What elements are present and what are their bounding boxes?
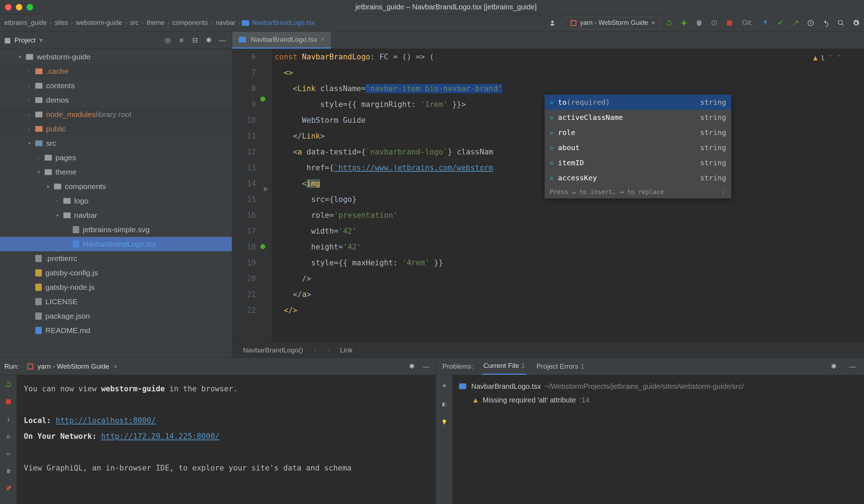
autocomplete-item[interactable]: ⚛ role string <box>545 125 731 140</box>
tree-chevron-icon[interactable]: › <box>28 68 35 74</box>
problems-list[interactable]: NavbarBrandLogo.tsx ~/WebstormProjects/j… <box>453 375 864 504</box>
editor-tab[interactable]: NavbarBrandLogo.tsx × <box>232 32 331 49</box>
rerun-icon[interactable] <box>3 379 13 390</box>
tree-item[interactable]: gatsby-config.js <box>0 266 232 280</box>
down-icon[interactable]: ⤓ <box>3 414 13 424</box>
stop-button[interactable] <box>724 18 734 28</box>
commit-icon[interactable] <box>775 18 786 28</box>
tree-chevron-icon[interactable]: ▾ <box>19 54 26 60</box>
hide-icon[interactable]: — <box>217 35 228 45</box>
tree-item[interactable]: ▾components <box>0 179 232 194</box>
tab-current-file[interactable]: Current File1 <box>482 358 527 375</box>
tree-item[interactable]: ›contents <box>0 78 232 93</box>
breadcrumb-file[interactable]: NavbarBrandLogo.tsx <box>251 19 316 27</box>
tree-item[interactable]: ›logo <box>0 194 232 208</box>
add-user-icon[interactable] <box>548 18 558 28</box>
select-opened-file-icon[interactable]: ◎ <box>163 35 173 45</box>
autocomplete-popup[interactable]: ⚛ to (required) string⚛ activeClassName … <box>544 94 732 199</box>
print-icon[interactable]: ⎙ <box>3 431 13 441</box>
local-url-link[interactable]: http://localhost:8000/ <box>56 416 156 425</box>
breadcrumb-item[interactable]: theme <box>145 19 166 27</box>
history-icon[interactable] <box>806 18 816 28</box>
tree-chevron-icon[interactable]: › <box>28 112 35 117</box>
tree-item[interactable]: ▾webstorm-guide <box>0 50 232 64</box>
autocomplete-item[interactable]: ⚛ itemID string <box>545 155 731 170</box>
tab-project-errors[interactable]: Project Errors1 <box>535 358 586 375</box>
close-window-button[interactable] <box>5 4 12 10</box>
tree-chevron-icon[interactable]: › <box>56 198 63 204</box>
trash-icon[interactable]: 🗑 <box>3 466 13 476</box>
footer-el[interactable]: Link <box>340 346 353 354</box>
hide-icon[interactable]: — <box>847 361 858 372</box>
coverage-icon[interactable] <box>694 18 704 28</box>
tree-item[interactable]: package.json <box>0 309 232 323</box>
maximize-window-button[interactable] <box>27 4 33 10</box>
tree-item[interactable]: ›public <box>0 122 232 136</box>
vcs-change-mark[interactable] <box>260 244 272 249</box>
tree-chevron-icon[interactable]: ▾ <box>37 169 45 175</box>
breadcrumb-item[interactable]: sites <box>53 19 69 27</box>
tree-chevron-icon[interactable]: ▾ <box>28 140 35 146</box>
problems-file-row[interactable]: NavbarBrandLogo.tsx ~/WebstormProjects/j… <box>459 379 858 393</box>
run-config-name[interactable]: yarn - WebStorm Guide <box>37 363 109 370</box>
tree-item[interactable]: NavbarBrandLogo.tsx <box>0 237 232 251</box>
gear-icon[interactable]: ✱ <box>204 35 214 45</box>
tree-item[interactable]: README.md <box>0 323 232 338</box>
gear-icon[interactable]: ✱ <box>407 361 417 372</box>
bulb-icon[interactable]: 💡 <box>439 417 449 427</box>
breadcrumb-item[interactable]: navbar <box>214 19 237 27</box>
push-icon[interactable] <box>791 18 801 28</box>
gear-icon[interactable] <box>851 18 861 28</box>
panel-icon[interactable]: ◧ <box>439 399 449 409</box>
hide-icon[interactable]: — <box>421 361 431 372</box>
footer-fn[interactable]: NavbarBrandLogo() <box>243 346 303 354</box>
vcs-change-mark[interactable] <box>260 96 272 102</box>
debug-icon[interactable] <box>679 18 689 28</box>
breadcrumb-item[interactable]: components <box>171 19 209 27</box>
inspection-indicator[interactable]: ▲ 1 ˄ ˅ <box>813 53 842 62</box>
tree-item[interactable]: ›.cache <box>0 64 232 78</box>
pin-icon[interactable]: 📌 <box>3 483 13 493</box>
tree-item[interactable]: ›demos <box>0 93 232 107</box>
eye-icon[interactable]: 👁 <box>439 381 449 391</box>
collapse-all-icon[interactable]: ⊟ <box>190 35 200 45</box>
search-icon[interactable] <box>836 18 846 28</box>
breadcrumb-item[interactable]: etbrains_guide <box>3 19 48 27</box>
close-tab-icon[interactable]: × <box>113 363 117 370</box>
tree-chevron-icon[interactable]: › <box>37 155 45 161</box>
problem-item[interactable]: ▲ Missing required 'alt' attribute :14 <box>459 393 858 407</box>
gear-icon[interactable]: ✱ <box>829 361 839 372</box>
tree-chevron-icon[interactable]: ▾ <box>47 184 54 189</box>
update-project-icon[interactable] <box>760 18 770 28</box>
close-tab-icon[interactable]: × <box>321 36 325 44</box>
run-gutter-icon[interactable]: ▶ <box>260 181 272 197</box>
project-tree[interactable]: ▾webstorm-guide›.cache›contents›demos›no… <box>0 49 232 357</box>
stop-button[interactable] <box>3 397 13 407</box>
tree-chevron-icon[interactable]: ▾ <box>56 212 63 218</box>
breadcrumb-item[interactable]: webstorm-guide <box>75 19 123 27</box>
rollback-icon[interactable] <box>821 18 831 28</box>
minimize-window-button[interactable] <box>16 4 22 10</box>
breadcrumb[interactable]: etbrains_guide› sites› webstorm-guide› s… <box>3 19 316 27</box>
next-highlight-icon[interactable]: ˅ <box>836 54 842 62</box>
prev-highlight-icon[interactable]: ˄ <box>827 54 833 62</box>
autocomplete-item[interactable]: ⚛ activeClassName string <box>545 110 731 125</box>
autocomplete-item[interactable]: ⚛ to (required) string <box>545 95 731 110</box>
tree-item[interactable]: ▾src <box>0 136 232 150</box>
tree-chevron-icon[interactable]: › <box>28 97 35 103</box>
dropdown-icon[interactable]: ▾ <box>39 36 43 44</box>
tree-item[interactable]: LICENSE <box>0 294 232 309</box>
expand-all-icon[interactable]: ≡ <box>176 35 186 45</box>
breadcrumb-item[interactable]: src <box>129 19 140 27</box>
rerun-icon[interactable] <box>664 18 674 28</box>
profile-icon[interactable] <box>709 18 719 28</box>
project-pane-title[interactable]: Project <box>14 36 36 44</box>
run-config-selector[interactable]: yarn - WebStorm Guide ▾ <box>564 17 661 29</box>
tree-chevron-icon[interactable]: › <box>28 126 35 132</box>
code-editor[interactable]: 6789101112 13141516171819 202122 ▶ const… <box>232 49 864 342</box>
tree-item[interactable]: jetbrains-simple.svg <box>0 222 232 237</box>
tree-item[interactable]: gatsby-node.js <box>0 280 232 294</box>
tree-item[interactable]: .prettierrc <box>0 251 232 266</box>
tree-chevron-icon[interactable]: › <box>28 83 35 89</box>
tree-item[interactable]: ▾theme <box>0 165 232 179</box>
